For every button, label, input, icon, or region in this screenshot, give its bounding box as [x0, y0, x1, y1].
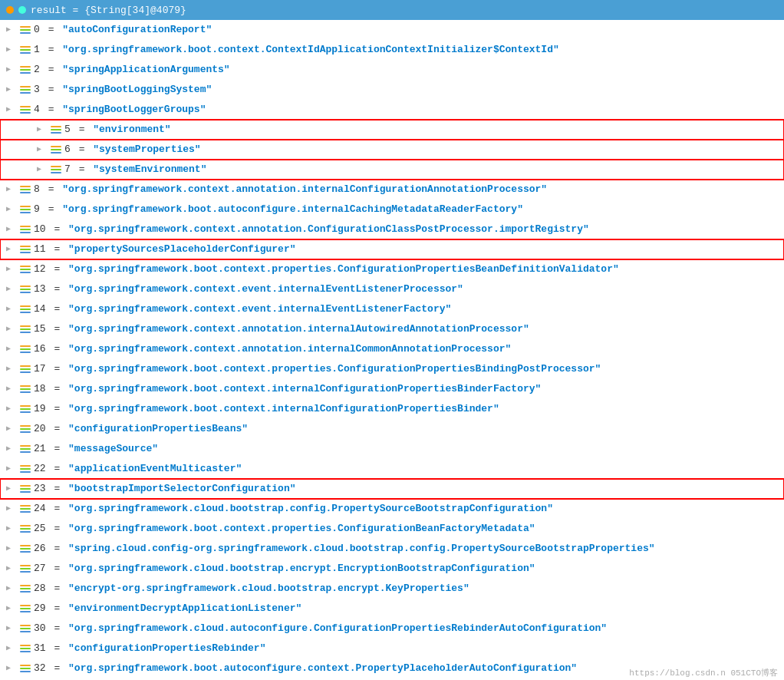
expand-icon[interactable]: ▶ [37, 141, 48, 158]
list-item[interactable]: ▶ 1 = "org.springframework.boot.context.… [0, 40, 784, 60]
footer: https://blog.csdn.n 051CTO博客 [623, 665, 784, 680]
row-type-icon [20, 465, 31, 473]
list-item[interactable]: ▶ 0 = "autoConfigurationReport" [0, 20, 784, 40]
expand-icon[interactable]: ▶ [6, 61, 17, 78]
row-type-icon [20, 325, 31, 333]
list-item[interactable]: ▶ 15 = "org.springframework.context.anno… [0, 319, 784, 339]
expand-icon[interactable]: ▶ [6, 321, 17, 338]
expand-icon[interactable]: ▶ [6, 640, 17, 657]
row-type-icon [20, 645, 31, 652]
list-item[interactable]: ▶ 26 = "spring.cloud.config-org.springfr… [0, 539, 784, 559]
row-type-icon [51, 146, 61, 153]
list-item[interactable]: ▶ 27 = "org.springframework.cloud.bootst… [0, 559, 784, 579]
list-item[interactable]: ▶ 23 = "bootstrapImportSelectorConfigura… [0, 479, 784, 499]
expand-icon[interactable]: ▶ [6, 201, 17, 218]
row-type-icon [20, 565, 31, 573]
row-type-icon [20, 305, 31, 313]
row-type-icon [20, 385, 31, 393]
expand-icon[interactable]: ▶ [6, 241, 17, 258]
expand-icon[interactable]: ▶ [6, 261, 17, 278]
content-area: ▶ 0 = "autoConfigurationReport" ▶ 1 = "o… [0, 20, 784, 680]
expand-icon[interactable]: ▶ [6, 341, 17, 358]
list-item[interactable]: ▶ 24 = "org.springframework.cloud.bootst… [0, 499, 784, 519]
expand-icon[interactable]: ▶ [6, 460, 17, 477]
expand-icon[interactable]: ▶ [6, 540, 17, 557]
row-type-icon [20, 585, 31, 593]
row-type-icon [20, 286, 31, 293]
circle-teal [18, 6, 26, 14]
expand-icon[interactable]: ▶ [6, 81, 17, 98]
title-text: result = {String[34]@4079} [31, 5, 186, 16]
row-type-icon [20, 86, 31, 94]
row-type-icon [20, 46, 31, 54]
list-item[interactable]: ▶ 18 = "org.springframework.boot.context… [0, 379, 784, 399]
row-type-icon [20, 405, 31, 413]
list-item[interactable]: ▶ 29 = "environmentDecryptApplicationLis… [0, 599, 784, 619]
expand-icon[interactable]: ▶ [6, 301, 17, 318]
expand-icon[interactable]: ▶ [6, 441, 17, 457]
row-type-icon [20, 525, 31, 533]
expand-icon[interactable]: ▶ [6, 281, 17, 298]
list-item[interactable]: ▶ 8 = "org.springframework.context.annot… [0, 180, 784, 200]
list-item[interactable]: ▶ 5 = "environment" [0, 120, 784, 140]
list-item[interactable]: ▶ 12 = "org.springframework.boot.context… [0, 259, 784, 279]
list-item[interactable]: ▶ 22 = "applicationEventMulticaster" [0, 459, 784, 479]
list-item[interactable]: ▶ 9 = "org.springframework.boot.autoconf… [0, 200, 784, 220]
title-bar: result = {String[34]@4079} [0, 0, 784, 20]
list-item[interactable]: ▶ 6 = "systemProperties" [0, 140, 784, 160]
list-item[interactable]: ▶ 31 = "configurationPropertiesRebinder" [0, 639, 784, 659]
list-item[interactable]: ▶ 21 = "messageSource" [0, 439, 784, 459]
list-item[interactable]: ▶ 3 = "springBootLoggingSystem" [0, 80, 784, 100]
list-item[interactable]: ▶ 10 = "org.springframework.context.anno… [0, 220, 784, 239]
expand-icon[interactable]: ▶ [6, 101, 17, 118]
expand-icon[interactable]: ▶ [6, 480, 17, 497]
list-item[interactable]: ▶ 2 = "springApplicationArguments" [0, 60, 784, 80]
expand-icon[interactable]: ▶ [37, 121, 48, 138]
expand-icon[interactable]: ▶ [6, 221, 17, 238]
expand-icon[interactable]: ▶ [6, 421, 17, 437]
row-type-icon [20, 625, 31, 632]
list-item[interactable]: ▶ 13 = "org.springframework.context.even… [0, 279, 784, 299]
list-item[interactable]: ▶ 11 = "propertySourcesPlaceholderConfig… [0, 239, 784, 259]
expand-icon[interactable]: ▶ [6, 560, 17, 577]
list-item[interactable]: ▶ 30 = "org.springframework.cloud.autoco… [0, 619, 784, 639]
list-item[interactable]: ▶ 14 = "org.springframework.context.even… [0, 299, 784, 319]
expand-icon[interactable]: ▶ [37, 161, 48, 178]
list-item[interactable]: ▶ 19 = "org.springframework.boot.context… [0, 399, 784, 419]
expand-icon[interactable]: ▶ [6, 361, 17, 378]
expand-icon[interactable]: ▶ [6, 660, 17, 677]
row-type-icon [20, 266, 31, 273]
list-item[interactable]: ▶ 17 = "org.springframework.boot.context… [0, 359, 784, 379]
circle-orange [6, 6, 14, 14]
expand-icon[interactable]: ▶ [6, 41, 17, 58]
row-type-icon [20, 665, 31, 672]
row-type-icon [20, 26, 31, 34]
list-item[interactable]: ▶ 20 = "configurationPropertiesBeans" [0, 419, 784, 439]
expand-icon[interactable]: ▶ [6, 620, 17, 637]
row-type-icon [20, 186, 31, 193]
row-type-icon [20, 485, 31, 493]
row-type-icon [20, 445, 31, 453]
row-type-icon [20, 206, 31, 213]
list-item[interactable]: ▶ 7 = "systemEnvironment" [0, 160, 784, 180]
row-type-icon [20, 545, 31, 553]
list-item[interactable]: ▶ 25 = "org.springframework.boot.context… [0, 519, 784, 539]
expand-icon[interactable]: ▶ [6, 600, 17, 617]
expand-icon[interactable]: ▶ [6, 520, 17, 537]
list-item[interactable]: ▶ 4 = "springBootLoggerGroups" [0, 100, 784, 120]
expand-icon[interactable]: ▶ [6, 181, 17, 198]
row-type-icon [20, 106, 31, 114]
list-item[interactable]: ▶ 28 = "encrypt-org.springframework.clou… [0, 579, 784, 599]
row-type-icon [20, 505, 31, 513]
row-type-icon [20, 345, 31, 353]
expand-icon[interactable]: ▶ [6, 401, 17, 418]
row-type-icon [20, 66, 31, 74]
row-type-icon [20, 605, 31, 612]
row-type-icon [51, 126, 61, 134]
expand-icon[interactable]: ▶ [6, 381, 17, 398]
row-type-icon [20, 226, 31, 233]
list-item[interactable]: ▶ 16 = "org.springframework.context.anno… [0, 339, 784, 359]
expand-icon[interactable]: ▶ [6, 21, 17, 38]
expand-icon[interactable]: ▶ [6, 580, 17, 597]
expand-icon[interactable]: ▶ [6, 500, 17, 517]
